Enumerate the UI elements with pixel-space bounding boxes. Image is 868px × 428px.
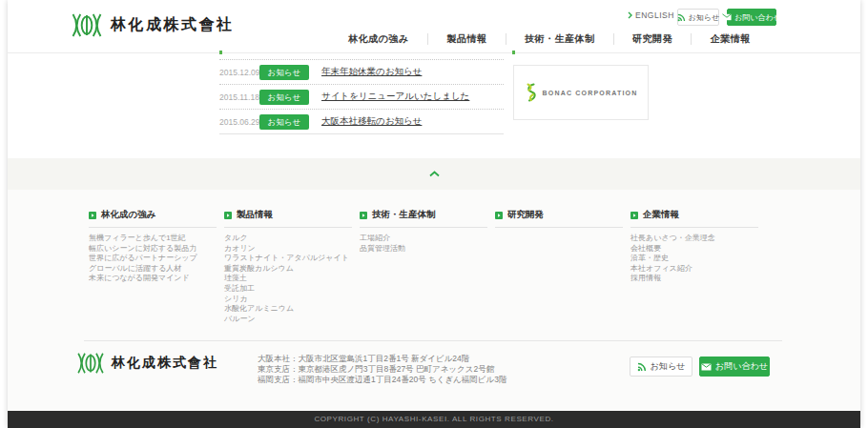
footer-addresses: 大阪本社：大阪市北区堂島浜1丁目2番1号 新ダイビル24階 東京支店：東京都港区… [258,354,506,385]
footer-link[interactable]: 世界に広がるパートナーシップ [89,254,217,264]
nav-item-strengths[interactable]: 林化成の強み [330,32,427,46]
news-list: 2015.12.09 お知らせ 年末年始休業のお知らせ 2015.11.18 お… [219,59,504,134]
bonac-banner[interactable]: BONAC CORPORATION [513,65,649,120]
news-category-badge: お知らせ [259,90,309,105]
address-label: 福岡支店 [258,375,290,384]
nav-item-rnd[interactable]: 研究開発 [614,32,692,46]
footer-link[interactable]: カオリン [224,244,352,255]
address-row: 福岡支店：福岡市中央区渡辺通1丁目24番20号 ちくぎん福岡ビル3階 [258,375,506,385]
play-square-icon [224,212,232,219]
footer-link[interactable]: 珪藻土 [224,274,352,284]
footer-link[interactable]: 会社概要 [630,244,758,255]
footer-column-title[interactable]: 企業情報 [630,209,758,228]
footer-column-company: 企業情報 社長あいさつ・企業理念 会社概要 沿革・歴史 本社オフィス紹介 採用情… [630,209,758,284]
footer-link[interactable]: タルク [224,234,352,244]
footer-link[interactable]: 重質炭酸カルシウム [224,264,352,275]
footer-divider [84,340,782,341]
footer-column-items: 工場紹介 品質管理活動 [360,234,487,254]
footer-news-button-label: お知らせ [651,360,686,373]
news-date: 2015.06.29 [219,117,259,127]
play-square-icon [630,212,638,219]
company-name: 林化成株式會社 [112,355,218,372]
footer-column-title[interactable]: 技術・生産体制 [360,209,487,228]
play-square-icon [360,212,367,219]
nav-item-company[interactable]: 企業情報 [692,32,769,46]
footer: 林化成の強み 無機フィラーと歩んで1世紀 幅広いシーンに対応する製品力 世界に広… [8,190,860,411]
address-separator: ： [290,354,299,363]
footer-news-button[interactable]: お知らせ [630,357,692,377]
footer-link[interactable]: 品質管理活動 [360,244,487,255]
address-separator: ： [290,364,299,374]
footer-link[interactable]: ワラストナイト・アタパルジャイト [224,254,352,264]
news-date: 2015.11.18 [219,92,259,102]
header-accent-tick [219,51,222,54]
footer-column-title[interactable]: 研究開発 [495,209,623,228]
chevron-right-icon [628,11,632,19]
footer-column-title[interactable]: 林化成の強み [89,209,217,228]
nav-item-products[interactable]: 製品情報 [428,32,506,46]
footer-link[interactable]: バルーン [224,315,352,325]
footer-link[interactable]: 未来につながる開発マインド [89,274,217,284]
header-contact-button[interactable]: お問い合わせ [727,9,776,26]
main-nav: 林化成の強み 製品情報 技術・生産体制 研究開発 企業情報 [330,27,769,51]
address-row: 東京支店：東京都港区虎ノ門3丁目8番27号 巴町アネックス2号館 [258,364,506,375]
footer-column-items: 無機フィラーと歩んで1世紀 幅広いシーンに対応する製品力 世界に広がるパートナー… [89,234,217,284]
news-link[interactable]: 年末年始休業のお知らせ [321,66,422,78]
address-value: 大阪市北区堂島浜1丁目2番1号 新ダイビル24階 [299,354,470,363]
play-square-icon [495,212,503,219]
footer-column-items: 社長あいさつ・企業理念 会社概要 沿革・歴史 本社オフィス紹介 採用情報 [630,234,758,284]
news-category-badge: お知らせ [259,114,309,130]
footer-link[interactable]: 工場紹介 [360,234,487,244]
address-value: 東京都港区虎ノ門3丁目8番27号 巴町アネックス2号館 [299,364,495,374]
footer-contact-button[interactable]: お問い合わせ [699,357,770,377]
chevron-up-icon [429,171,440,177]
news-date: 2015.12.09 [219,68,259,77]
address-separator: ： [290,375,299,384]
company-name: 林化成株式會社 [111,15,235,35]
footer-contact-button-label: お問い合わせ [715,360,768,373]
footer-column-technology: 技術・生産体制 工場紹介 品質管理活動 [360,209,487,254]
header-accent-tick [512,51,515,54]
bonac-banner-label: BONAC CORPORATION [543,90,638,96]
header: 林化成株式會社 ENGLISH お知らせ [8,0,860,53]
english-link[interactable]: ENGLISH [628,10,674,20]
address-row: 大阪本社：大阪市北区堂島浜1丁目2番1号 新ダイビル24階 [258,354,506,364]
company-logo-icon [71,12,103,38]
nav-item-technology[interactable]: 技術・生産体制 [506,32,613,46]
footer-link[interactable]: 沿革・歴史 [630,254,758,264]
back-to-top-button[interactable] [415,158,453,190]
header-news-button[interactable]: お知らせ [677,9,719,26]
footer-link[interactable]: シリカ [224,295,352,305]
news-row: 2015.11.18 お知らせ サイトをリニューアルいたしました [219,84,504,109]
news-link[interactable]: 大阪本社移転のお知らせ [321,115,422,128]
header-logo[interactable]: 林化成株式會社 [71,12,235,38]
helix-icon [525,83,537,102]
news-row: 2015.12.09 お知らせ 年末年始休業のお知らせ [219,59,504,84]
envelope-icon [701,363,712,371]
header-news-button-label: お知らせ [689,12,720,23]
footer-column-title[interactable]: 製品情報 [224,209,352,228]
address-label: 大阪本社 [258,354,290,363]
copyright-bar: COPYRIGHT (C) HAYASHI-KASEI. ALL RIGHTS … [8,411,860,428]
header-contact-button-label: お問い合わせ [734,12,781,23]
address-label: 東京支店 [258,364,290,374]
company-logo-icon [76,352,105,375]
footer-link[interactable]: 幅広いシーンに対応する製品力 [89,244,217,255]
footer-logo[interactable]: 林化成株式會社 [76,352,218,375]
footer-link[interactable]: 受託加工 [224,284,352,295]
footer-column-strengths: 林化成の強み 無機フィラーと歩んで1世紀 幅広いシーンに対応する製品力 世界に広… [89,209,217,284]
footer-link[interactable]: グローバルに活躍する人材 [89,264,217,275]
play-square-icon [89,212,96,219]
footer-column-products: 製品情報 タルク カオリン ワラストナイト・アタパルジャイト 重質炭酸カルシウム… [224,209,352,324]
footer-link[interactable]: 採用情報 [630,274,758,284]
footer-link[interactable]: 無機フィラーと歩んで1世紀 [89,234,217,244]
footer-column-title-label: 製品情報 [237,209,273,221]
footer-link[interactable]: 本社オフィス紹介 [630,264,758,275]
address-value: 福岡市中央区渡辺通1丁目24番20号 ちくぎん福岡ビル3階 [299,375,507,384]
english-label: ENGLISH [635,10,674,20]
rss-icon [677,13,686,22]
news-link[interactable]: サイトをリニューアルいたしました [321,91,469,103]
footer-link[interactable]: 社長あいさつ・企業理念 [630,234,758,244]
footer-column-title-label: 企業情報 [643,209,679,221]
footer-link[interactable]: 水酸化アルミニウム [224,304,352,315]
